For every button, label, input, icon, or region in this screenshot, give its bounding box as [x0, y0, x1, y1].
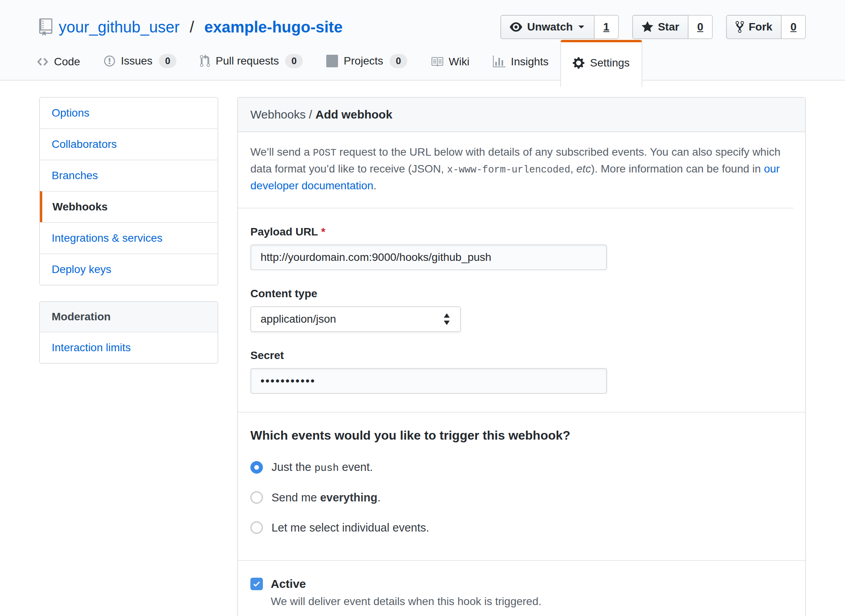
tab-settings[interactable]: Settings [560, 40, 642, 87]
payload-url-label: Payload URL* [250, 226, 793, 238]
content-type-group: Content type application/json [250, 287, 793, 332]
select-arrows-icon [443, 313, 451, 325]
caret-down-icon [577, 23, 585, 31]
repo-title-separator: / [190, 18, 194, 36]
watch-count[interactable]: 1 [595, 15, 619, 39]
unwatch-button-label: Unwatch [527, 21, 573, 33]
radio-send-everything[interactable] [250, 491, 263, 504]
sidebar-item-integrations-services[interactable]: Integrations & services [40, 222, 218, 253]
webhook-description: We’ll send a POST request to the URL bel… [238, 132, 793, 208]
star-button-group: Star 0 [632, 15, 713, 39]
add-webhook-panel: Webhooks / Add webhook We’ll send a POST… [237, 97, 806, 616]
payload-url-label-text: Payload URL [250, 226, 318, 238]
star-count[interactable]: 0 [689, 15, 713, 39]
payload-url-input[interactable] [250, 244, 607, 270]
sidebar-item-options[interactable]: Options [40, 98, 218, 128]
description-text: . [373, 180, 376, 192]
content-type-selected-value: application/json [261, 313, 336, 325]
tab-wiki-label: Wiki [449, 56, 469, 68]
radio-individual-events-label: Let me select individual events. [271, 521, 429, 534]
tab-issues[interactable]: Issues 0 [92, 44, 188, 80]
code-icon [37, 56, 49, 68]
repo-nav: Code Issues 0 Pull requests 0 Projects 0 [0, 44, 845, 80]
radio-just-push[interactable] [250, 461, 263, 474]
tab-wiki[interactable]: Wiki [419, 45, 481, 80]
breadcrumb-webhooks-link[interactable]: Webhooks [250, 108, 306, 121]
page-title: your_github_user / example-hugo-site [39, 18, 500, 36]
post-code-text: POST [313, 147, 336, 159]
sidebar-item-webhooks[interactable]: Webhooks [40, 191, 218, 222]
description-text: We’ll send a [250, 146, 313, 158]
event-option-individual: Let me select individual events. [250, 521, 793, 534]
gear-icon [573, 56, 584, 70]
pull-requests-counter: 0 [285, 54, 303, 68]
project-icon [326, 55, 338, 67]
active-label: Active [271, 577, 306, 591]
sidebar-item-collaborators[interactable]: Collaborators [40, 128, 218, 160]
events-section: Which events would you like to trigger t… [238, 413, 805, 560]
moderation-menu-heading: Moderation [40, 302, 218, 332]
settings-menu: Options Collaborators Branches Webhooks … [39, 97, 218, 286]
issue-opened-icon [104, 55, 115, 67]
webhook-form: Payload URL* Content type application/js… [238, 208, 805, 412]
tab-projects-label: Projects [343, 55, 383, 67]
event-option-everything: Send me everything. [250, 491, 793, 504]
repo-owner-link[interactable]: your_github_user [59, 18, 180, 36]
fork-count[interactable]: 0 [782, 15, 806, 39]
breadcrumb-current: Add webhook [315, 108, 392, 121]
tab-projects[interactable]: Projects 0 [315, 44, 419, 80]
repo-name-link[interactable]: example-hugo-site [204, 18, 342, 36]
content-type-label: Content type [250, 287, 793, 300]
fork-button-group: Fork 0 [726, 15, 806, 39]
secret-input[interactable] [250, 368, 607, 394]
required-asterisk: * [321, 226, 325, 238]
star-button[interactable]: Star [632, 15, 689, 39]
secret-group: Secret [250, 349, 793, 394]
etc-italic-text: etc [576, 163, 591, 175]
secret-label: Secret [250, 349, 793, 362]
push-code-text: push [315, 462, 339, 474]
settings-sidebar: Options Collaborators Branches Webhooks … [39, 97, 218, 364]
star-icon [642, 20, 653, 34]
git-pull-request-icon [200, 54, 210, 68]
content-type-select[interactable]: application/json [250, 306, 461, 332]
radio-label-text: . [378, 491, 381, 504]
radio-just-push-label: Just the push event. [271, 461, 373, 474]
active-section: Active We will deliver event details whe… [238, 561, 805, 616]
issues-counter: 0 [159, 54, 176, 68]
content: Options Collaborators Branches Webhooks … [0, 81, 845, 616]
radio-label-text: event. [339, 461, 373, 473]
tab-insights-label: Insights [511, 56, 549, 68]
star-button-label: Star [658, 21, 679, 33]
tab-code[interactable]: Code [25, 45, 92, 80]
repo-fork-icon [735, 20, 744, 34]
repo-title-row: your_github_user / example-hugo-site Unw… [0, 0, 845, 39]
description-text: , [570, 163, 577, 175]
event-option-just-push: Just the push event. [250, 461, 793, 474]
repo-icon [39, 18, 52, 36]
active-checkbox[interactable] [250, 578, 263, 590]
unwatch-button[interactable]: Unwatch [500, 15, 595, 39]
sidebar-item-deploy-keys[interactable]: Deploy keys [40, 253, 218, 285]
projects-counter: 0 [390, 54, 407, 68]
tab-code-label: Code [54, 56, 80, 68]
moderation-menu: Moderation Interaction limits [39, 301, 218, 364]
fork-button[interactable]: Fork [726, 15, 782, 39]
graph-icon [493, 56, 505, 68]
tab-pull-requests[interactable]: Pull requests 0 [188, 44, 315, 80]
tab-issues-label: Issues [121, 55, 153, 67]
tab-pull-requests-label: Pull requests [216, 55, 279, 67]
check-icon [252, 580, 261, 588]
site-header: your_github_user / example-hugo-site Unw… [0, 0, 845, 81]
payload-url-group: Payload URL* [250, 226, 793, 270]
tab-settings-label: Settings [590, 57, 629, 69]
sidebar-item-interaction-limits[interactable]: Interaction limits [40, 332, 218, 363]
fork-button-label: Fork [749, 21, 773, 33]
radio-individual-events[interactable] [250, 521, 263, 534]
book-icon [431, 56, 443, 68]
tab-insights[interactable]: Insights [481, 45, 561, 80]
sidebar-item-branches[interactable]: Branches [40, 160, 218, 191]
urlencoded-code-text: x-www-form-urlencoded [447, 164, 570, 176]
breadcrumb: Webhooks / Add webhook [238, 98, 805, 132]
watch-button-group: Unwatch 1 [500, 15, 618, 39]
